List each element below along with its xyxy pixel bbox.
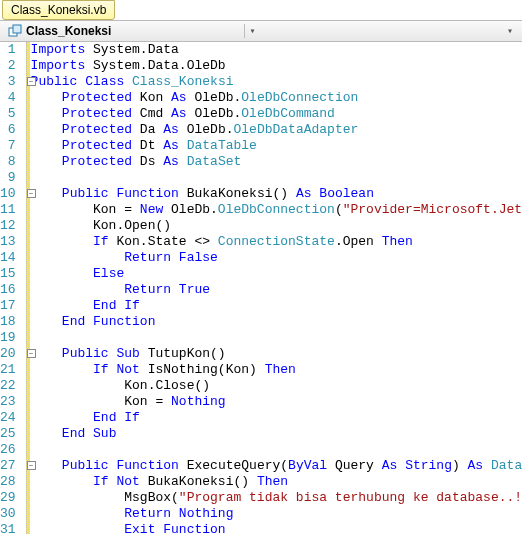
code-token: OleDbCommand [241, 106, 335, 121]
svg-rect-1 [13, 25, 21, 33]
code-token: Function [163, 522, 225, 534]
code-token [31, 314, 62, 329]
code-line[interactable]: Protected Da As OleDb.OleDbDataAdapter [31, 122, 522, 138]
code-line[interactable] [31, 330, 522, 346]
code-token: Ds [132, 154, 163, 169]
code-token: Then [257, 474, 288, 489]
class-dropdown-arrow-icon[interactable]: ▾ [245, 25, 261, 37]
code-line[interactable]: Return True [31, 282, 522, 298]
code-token [171, 506, 179, 521]
line-number: 17 [0, 298, 16, 314]
line-number: 7 [0, 138, 16, 154]
outline-toggle[interactable]: − [27, 461, 36, 470]
code-line[interactable]: Return Nothing [31, 506, 522, 522]
code-line[interactable]: Else [31, 266, 522, 282]
code-line[interactable]: Protected Kon As OleDb.OleDbConnection [31, 90, 522, 106]
code-token: As [171, 106, 187, 121]
code-line[interactable]: End If [31, 298, 522, 314]
code-line[interactable]: Protected Cmd As OleDb.OleDbCommand [31, 106, 522, 122]
code-token: "Provider=Microsoft.Jet. [343, 202, 522, 217]
code-token: Kon.Open() [31, 218, 171, 233]
code-line[interactable]: MsgBox("Program tidak bisa terhubung ke … [31, 490, 522, 506]
code-line[interactable]: Protected Ds As DataSet [31, 154, 522, 170]
outline-toggle[interactable]: − [27, 189, 36, 198]
code-token [31, 250, 125, 265]
code-token: OleDb. [187, 106, 242, 121]
code-line[interactable]: End Function [31, 314, 522, 330]
code-token: Function [116, 186, 178, 201]
code-token [31, 106, 62, 121]
code-line[interactable]: End Sub [31, 426, 522, 442]
code-line[interactable]: End If [31, 410, 522, 426]
code-line[interactable]: If Not BukaKoneksi() Then [31, 474, 522, 490]
code-token: Cmd [132, 106, 171, 121]
line-number: 15 [0, 266, 16, 282]
code-token: True [179, 282, 210, 297]
code-token: Protected [62, 154, 132, 169]
code-token: Not [116, 474, 139, 489]
code-token: DataSet [187, 154, 242, 169]
code-line[interactable]: Return False [31, 250, 522, 266]
code-token: Boolean [319, 186, 374, 201]
code-token: New [140, 202, 163, 217]
code-line[interactable]: If Not IsNothing(Kon) Then [31, 362, 522, 378]
line-number: 14 [0, 250, 16, 266]
line-number: 23 [0, 394, 16, 410]
code-token: Return [124, 250, 171, 265]
code-token: Protected [62, 106, 132, 121]
code-token: Return [124, 506, 171, 521]
code-token: Protected [62, 138, 132, 153]
code-token: Class_Koneksi [132, 74, 233, 89]
code-token: Exit [124, 522, 155, 534]
code-token: Dt [132, 138, 163, 153]
code-token [31, 90, 62, 105]
code-token: Class [85, 74, 124, 89]
navigation-bar: Class_Koneksi ▾ ▾ [0, 20, 522, 42]
code-token [31, 506, 125, 521]
code-token: MsgBox( [31, 490, 179, 505]
code-line[interactable] [31, 170, 522, 186]
code-token: As [382, 458, 398, 473]
code-line[interactable]: Imports System.Data [31, 42, 522, 58]
line-number: 19 [0, 330, 16, 346]
code-token: Kon [132, 90, 171, 105]
code-line[interactable]: Public Function BukaKoneksi() As Boolean [31, 186, 522, 202]
code-token [483, 458, 491, 473]
code-line[interactable]: Kon.Open() [31, 218, 522, 234]
code-token: Sub [116, 346, 139, 361]
code-token: OleDbConnection [218, 202, 335, 217]
code-line[interactable]: Protected Dt As DataTable [31, 138, 522, 154]
code-token: Protected [62, 90, 132, 105]
code-token: Protected [62, 122, 132, 137]
code-line[interactable]: Public Sub TutupKon() [31, 346, 522, 362]
line-number: 31 [0, 522, 16, 534]
class-selector-dropdown[interactable]: Class_Koneksi [4, 24, 245, 38]
code-line[interactable]: Public Class Class_Koneksi [31, 74, 522, 90]
code-line[interactable] [31, 442, 522, 458]
code-line[interactable]: Exit Function [31, 522, 522, 534]
code-area[interactable]: Imports System.DataImports System.Data.O… [27, 42, 522, 534]
code-line[interactable]: Public Function ExecuteQuery(ByVal Query… [31, 458, 522, 474]
code-line[interactable]: If Kon.State <> ConnectionState.Open The… [31, 234, 522, 250]
code-line[interactable]: Kon = Nothing [31, 394, 522, 410]
code-line[interactable]: Kon = New OleDb.OleDbConnection("Provide… [31, 202, 522, 218]
code-token [31, 266, 93, 281]
code-token: DataT [491, 458, 522, 473]
code-line[interactable]: Imports System.Data.OleDb [31, 58, 522, 74]
code-token: System.Data.OleDb [85, 58, 225, 73]
code-editor[interactable]: 1234567891011121314151617181920212223242… [0, 42, 522, 534]
line-number: 2 [0, 58, 16, 74]
class-selector-label: Class_Koneksi [26, 24, 111, 38]
code-token: If [93, 362, 109, 377]
file-tab[interactable]: Class_Koneksi.vb [2, 0, 115, 20]
line-number: 9 [0, 170, 16, 186]
code-token: If [93, 234, 109, 249]
code-line[interactable]: Kon.Close() [31, 378, 522, 394]
code-token: OleDb. [179, 122, 234, 137]
code-token [31, 410, 93, 425]
outline-toggle[interactable]: − [27, 349, 36, 358]
code-token: ) [452, 458, 468, 473]
method-dropdown-arrow-icon[interactable]: ▾ [502, 25, 518, 37]
code-token: Kon.Close() [31, 378, 210, 393]
outline-toggle[interactable]: − [27, 77, 36, 86]
